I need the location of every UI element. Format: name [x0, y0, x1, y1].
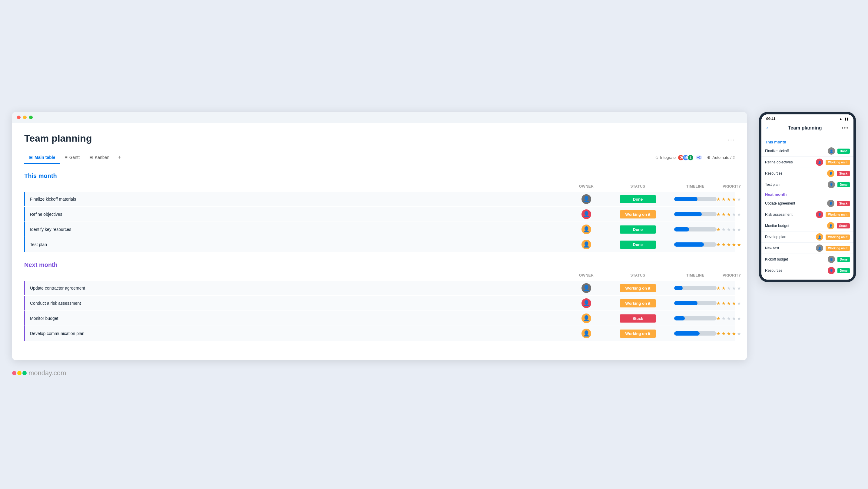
- row-status[interactable]: Done: [608, 195, 668, 203]
- timeline-bar: [674, 301, 717, 305]
- table-row[interactable]: Update contractor agreement 👤 Working on…: [24, 281, 735, 295]
- row-priority: ★ ★ ★ ★ ★: [723, 331, 735, 336]
- logo-dots: [12, 371, 27, 375]
- phone-row-name: New test: [765, 246, 813, 250]
- table-row[interactable]: Identify key resources 👤 Done: [24, 222, 735, 237]
- star-1: ★: [716, 196, 720, 202]
- phone-status-badge: Done: [837, 149, 850, 154]
- row-priority: ★ ★ ★ ★ ★: [723, 227, 735, 232]
- phone-status-badge: Working on it: [826, 246, 850, 251]
- integrate-label: Integrate: [660, 155, 676, 160]
- star-4: ★: [732, 227, 736, 232]
- phone-avatar: 👤: [828, 181, 835, 188]
- page-header: Team planning ...: [24, 133, 735, 144]
- timeline-bar: [674, 212, 717, 216]
- phone-row[interactable]: Resources 👤 Stuck: [762, 168, 854, 179]
- timeline-fill: [674, 197, 698, 201]
- table-row[interactable]: Develop communication plan 👤 Working on …: [24, 326, 735, 341]
- tab-gantt-label: Gantt: [69, 155, 80, 160]
- status-badge: Stuck: [620, 315, 656, 323]
- phone-row[interactable]: Risk assessment 👤 Working on it: [762, 209, 854, 220]
- automate-button[interactable]: ⚙ Automate / 2: [707, 155, 735, 160]
- phone-status-bar: 09:41 ▲ ▮▮: [762, 115, 854, 122]
- table-row[interactable]: Finalize kickoff materials 👤 Done: [24, 192, 735, 206]
- row-status[interactable]: Done: [608, 225, 668, 234]
- phone-row[interactable]: Monitor budget 👤 Stuck: [762, 220, 854, 231]
- phone-row[interactable]: Develop plan 👤 Working on it: [762, 231, 854, 243]
- logo-area: monday.com: [12, 369, 856, 377]
- battery-icon: ▮▮: [844, 117, 848, 121]
- row-timeline: [668, 227, 723, 231]
- row-owner: 👤: [565, 298, 608, 308]
- phone-row[interactable]: Update agreement 👤 Stuck: [762, 198, 854, 209]
- table-header-this-month: Owner Status Timeline Priority: [24, 183, 735, 191]
- star-4: ★: [732, 331, 736, 336]
- row-status[interactable]: Working on it: [608, 299, 668, 307]
- phone-row[interactable]: Kickoff budget 👤 Done: [762, 254, 854, 265]
- row-status[interactable]: Working on it: [608, 210, 668, 219]
- row-timeline: [668, 301, 723, 305]
- phone-row[interactable]: Refine objectives 👤 Working on it: [762, 157, 854, 168]
- avatar: 👤: [582, 225, 591, 234]
- phone-header: ‹ Team planning •••: [762, 122, 854, 134]
- phone-status-badge: Done: [837, 182, 850, 187]
- row-timeline: [668, 242, 723, 247]
- phone-row-name: Risk assessment: [765, 213, 813, 217]
- row-timeline: [668, 286, 723, 290]
- table-row[interactable]: Refine objectives 👤 Working on it: [24, 207, 735, 222]
- star-5: ★: [737, 285, 741, 291]
- phone-title: Team planning: [788, 125, 822, 131]
- star-4: ★: [732, 285, 736, 291]
- phone-row[interactable]: Resources 👤 Done: [762, 265, 854, 276]
- phone-row[interactable]: Test plan 👤 Done: [762, 179, 854, 190]
- more-options-button[interactable]: ...: [728, 135, 735, 142]
- browser-dot-maximize: [29, 116, 33, 119]
- row-status[interactable]: Working on it: [608, 284, 668, 292]
- tab-kanban[interactable]: ⊟ Kanban: [85, 152, 114, 164]
- integrate-icon: ◇: [655, 155, 658, 160]
- phone-avatar: 👤: [827, 200, 834, 207]
- avatar: 👤: [582, 209, 591, 219]
- phone-back-button[interactable]: ‹: [766, 125, 768, 131]
- col-priority-nm: Priority: [723, 273, 735, 278]
- phone-icons: ▲ ▮▮: [839, 117, 848, 121]
- timeline-fill: [674, 331, 700, 335]
- star-4: ★: [732, 196, 736, 202]
- this-month-section: This month Owner Status Timeline Priorit…: [24, 172, 735, 252]
- row-timeline: [668, 212, 723, 216]
- star-5: ★: [737, 211, 741, 217]
- add-tab-button[interactable]: +: [114, 151, 125, 164]
- star-4: ★: [732, 316, 736, 321]
- phone-row-name: Develop plan: [765, 235, 813, 239]
- phone-avatar: 👤: [828, 256, 835, 263]
- phone-more-button[interactable]: •••: [842, 125, 848, 131]
- row-owner: 👤: [565, 314, 608, 323]
- avatar: 👤: [582, 314, 591, 323]
- avatar: 👤: [582, 194, 591, 204]
- row-owner: 👤: [565, 240, 608, 249]
- star-5: ★: [737, 300, 741, 306]
- integrate-button[interactable]: ◇ Integrate G M Z +2: [655, 154, 702, 161]
- table-row[interactable]: Conduct a risk assessment 👤 Working on i…: [24, 296, 735, 311]
- row-status[interactable]: Stuck: [608, 315, 668, 323]
- row-status[interactable]: Done: [608, 240, 668, 249]
- phone-row[interactable]: New test 👤 Working on it: [762, 243, 854, 254]
- tab-main-table[interactable]: ⊞ Main table: [24, 152, 60, 164]
- tab-gantt[interactable]: ≡ Gantt: [60, 152, 84, 164]
- star-4: ★: [732, 242, 736, 248]
- phone-row-name: Resources: [765, 171, 825, 175]
- browser-dot-minimize: [23, 116, 27, 119]
- phone-avatar: 👤: [816, 233, 823, 240]
- phone-avatar: 👤: [827, 170, 834, 177]
- table-row[interactable]: Monitor budget 👤 Stuck: [24, 311, 735, 326]
- row-status[interactable]: Working on it: [608, 329, 668, 338]
- status-badge: Done: [620, 225, 656, 234]
- plus-badge: +2: [696, 156, 702, 160]
- avatar: 👤: [582, 329, 591, 338]
- phone-row[interactable]: Finalize kickoff 👤 Done: [762, 145, 854, 157]
- phone-avatar: 👤: [828, 267, 835, 274]
- phone-mockup: 09:41 ▲ ▮▮ ‹ Team planning ••• This mont…: [759, 112, 856, 282]
- phone-row-name: Monitor budget: [765, 224, 825, 228]
- col-priority: Priority: [723, 184, 735, 189]
- table-row[interactable]: Test plan 👤 Done ★: [24, 237, 735, 252]
